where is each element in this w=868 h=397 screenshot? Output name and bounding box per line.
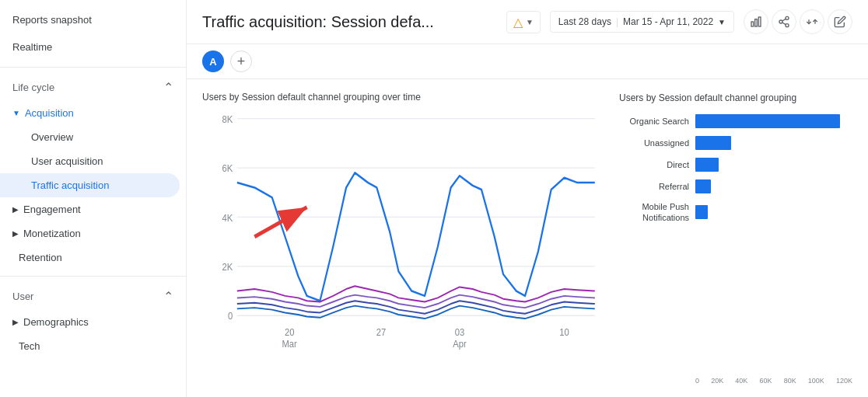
line-chart: 8K 6K 4K 2K 0 20 Mar 27 03 (202, 109, 604, 385)
warning-button[interactable]: △ ▼ (506, 11, 541, 33)
chart-type-button[interactable] (744, 9, 768, 34)
add-segment-button[interactable]: + (230, 50, 252, 72)
date-dropdown-icon: ▼ (718, 18, 726, 26)
svg-point-4 (779, 20, 782, 23)
dropdown-arrow-icon: ▼ (526, 18, 534, 26)
sidebar-item-monetization-parent[interactable]: ▶ Monetization (0, 221, 186, 246)
bar-label-organic: Organic Search (619, 116, 689, 127)
bar-track-organic (695, 114, 852, 128)
svg-rect-0 (751, 22, 754, 26)
bar-fill-mobile-push (695, 205, 708, 219)
svg-rect-2 (758, 17, 761, 26)
bar-row-mobile-push: Mobile Push Notifications (619, 201, 852, 224)
lifecycle-chevron-icon: ⌃ (163, 80, 173, 95)
sidebar-item-user-acquisition[interactable]: User acquisition (0, 149, 180, 173)
svg-text:4K: 4K (222, 212, 233, 224)
bar-fill-unassigned (695, 136, 731, 150)
bar-chart-title: Users by Session default channel groupin… (619, 92, 852, 105)
bar-track-direct (695, 158, 852, 172)
bar-chart-rows: Organic Search Unassigned Direct (619, 114, 852, 372)
page-header: Traffic acquisition: Session defa... △ ▼… (187, 0, 868, 44)
user-section-header[interactable]: User ⌃ (0, 283, 186, 310)
compare-button[interactable] (800, 9, 824, 34)
x-label-20k: 20K (711, 377, 723, 385)
bar-x-axis: 0 20K 40K 60K 80K 100K 120K (619, 377, 852, 385)
svg-text:10: 10 (559, 326, 569, 338)
bar-chart-container: Users by Session default channel groupin… (619, 92, 852, 385)
edit-button[interactable] (828, 9, 852, 34)
monetization-label: Monetization (23, 228, 81, 239)
right-triangle-icon2: ▶ (12, 229, 19, 238)
warning-icon: △ (513, 15, 523, 30)
bar-row-unassigned: Unassigned (619, 136, 852, 150)
right-triangle-icon: ▶ (12, 205, 19, 214)
sidebar-item-overview[interactable]: Overview (0, 125, 180, 149)
x-label-80k: 80K (784, 377, 796, 385)
sidebar: Reports snapshot Realtime Life cycle ⌃ ▼… (0, 0, 187, 397)
demographics-label: Demographics (23, 316, 89, 328)
plus-icon: + (237, 54, 246, 70)
sidebar-item-demographics-parent[interactable]: ▶ Demographics (0, 310, 186, 334)
bar-track-unassigned (695, 136, 852, 150)
retention-label: Retention (19, 252, 62, 263)
x-label-100k: 100K (808, 377, 824, 385)
bar-row-organic: Organic Search (619, 114, 852, 128)
page-title: Traffic acquisition: Session defa... (202, 13, 497, 31)
x-label-0: 0 (695, 377, 699, 385)
bar-row-referral: Referral (619, 179, 852, 193)
right-triangle-icon3: ▶ (12, 318, 19, 326)
segment-row: A + (187, 44, 868, 79)
engagement-label: Engagement (23, 204, 81, 215)
bar-label-referral: Referral (619, 181, 689, 192)
line-chart-container: Users by Session default channel groupin… (202, 92, 604, 385)
svg-line-6 (782, 23, 786, 25)
sidebar-item-acquisition-parent[interactable]: ▼ Acquisition (0, 101, 186, 125)
date-range-label: Last 28 days (558, 16, 611, 27)
svg-text:Apr: Apr (453, 338, 466, 350)
overview-label: Overview (31, 131, 73, 143)
svg-text:2K: 2K (222, 261, 233, 273)
line-chart-svg: 8K 6K 4K 2K 0 20 Mar 27 03 (202, 109, 604, 385)
segment-a-badge[interactable]: A (202, 50, 224, 72)
bar-label-mobile-push: Mobile Push Notifications (619, 201, 689, 224)
traffic-acquisition-label: Traffic acquisition (31, 179, 109, 191)
sidebar-item-retention[interactable]: Retention (0, 246, 180, 270)
svg-text:0: 0 (228, 311, 233, 322)
bar-label-unassigned: Unassigned (619, 138, 689, 148)
acquisition-label: Acquisition (25, 107, 74, 119)
svg-point-5 (786, 24, 789, 27)
lifecycle-label: Life cycle (12, 82, 54, 93)
bar-fill-referral (695, 179, 711, 193)
charts-area: Users by Session default channel groupin… (187, 79, 868, 397)
sidebar-item-traffic-acquisition[interactable]: Traffic acquisition (0, 173, 180, 197)
user-chevron-icon: ⌃ (163, 289, 173, 304)
svg-text:27: 27 (376, 326, 387, 338)
svg-text:8K: 8K (222, 113, 233, 125)
x-label-40k: 40K (735, 377, 747, 385)
date-range-picker[interactable]: Last 28 days | Mar 15 - Apr 11, 2022 ▼ (550, 11, 734, 33)
x-label-120k: 120K (836, 377, 852, 385)
bar-row-direct: Direct (619, 158, 852, 172)
lifecycle-section-header[interactable]: Life cycle ⌃ (0, 74, 186, 101)
svg-text:Mar: Mar (282, 338, 297, 350)
svg-text:6K: 6K (222, 162, 233, 174)
sidebar-item-engagement-parent[interactable]: ▶ Engagement (0, 197, 186, 221)
svg-text:20: 20 (285, 326, 295, 338)
header-action-icons (744, 9, 852, 34)
svg-line-7 (782, 19, 786, 21)
line-chart-title: Users by Session default channel groupin… (202, 92, 604, 103)
sidebar-item-tech[interactable]: Tech (0, 334, 180, 358)
bar-track-mobile-push (695, 205, 852, 219)
svg-text:03: 03 (455, 326, 465, 338)
main-content: Traffic acquisition: Session defa... △ ▼… (187, 0, 868, 397)
sidebar-item-reports-snapshot[interactable]: Reports snapshot (0, 6, 186, 33)
triangle-icon: ▼ (12, 109, 20, 117)
segment-letter: A (209, 56, 216, 68)
svg-rect-1 (755, 19, 758, 26)
date-range-value: Mar 15 - Apr 11, 2022 (623, 16, 713, 27)
share-button[interactable] (772, 9, 796, 34)
svg-point-3 (786, 16, 789, 19)
divider (0, 67, 186, 68)
user-label: User (12, 291, 33, 302)
sidebar-item-realtime[interactable]: Realtime (0, 33, 186, 61)
